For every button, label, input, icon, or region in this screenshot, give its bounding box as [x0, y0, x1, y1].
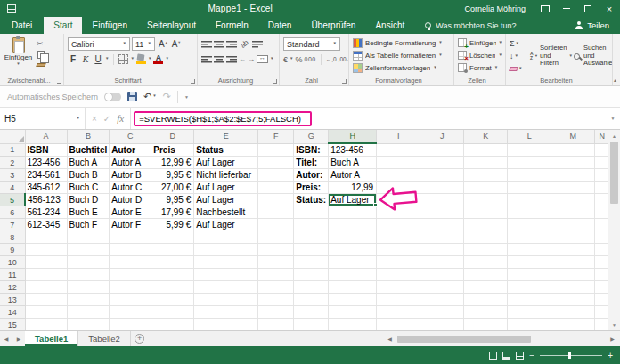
undo-button[interactable]: ↶▼	[143, 91, 157, 102]
cell-C4[interactable]: Autor C	[110, 182, 151, 194]
name-box[interactable]: H5 ▼	[0, 108, 86, 129]
align-center-icon[interactable]	[214, 55, 224, 63]
scroll-right-icon[interactable]: ▶	[607, 336, 618, 342]
cell-A13[interactable]	[25, 294, 67, 306]
grow-font-icon[interactable]: A▲	[159, 39, 168, 49]
cell-K8[interactable]	[464, 231, 508, 244]
cell-L1[interactable]	[508, 143, 551, 157]
cell-L8[interactable]	[508, 231, 551, 244]
column-header-B[interactable]: B	[67, 130, 110, 143]
fill-color-icon[interactable]	[136, 54, 146, 64]
copy-icon[interactable]	[37, 51, 45, 59]
cell-F15[interactable]	[258, 319, 294, 331]
cell-E9[interactable]	[194, 244, 258, 256]
column-header-H[interactable]: H	[329, 130, 377, 143]
decrease-indent-icon[interactable]: ←	[239, 55, 246, 63]
cell-J1[interactable]	[420, 143, 464, 157]
cell-L14[interactable]	[508, 306, 551, 319]
page-layout-view-button[interactable]	[502, 352, 510, 360]
column-header-F[interactable]: F	[258, 130, 294, 143]
cell-E6[interactable]: Nachbestellt	[194, 206, 258, 219]
cell-D10[interactable]	[151, 256, 194, 269]
cell-L2[interactable]	[508, 157, 551, 169]
cell-B1[interactable]: Buchtitel	[67, 143, 110, 157]
cell-J9[interactable]	[420, 244, 464, 256]
autosave-toggle[interactable]	[104, 93, 121, 101]
cell-J8[interactable]	[420, 231, 464, 244]
cell-E7[interactable]: Auf Lager	[194, 219, 258, 231]
redo-icon[interactable]: ↷	[163, 91, 171, 102]
zoom-in-button[interactable]: +	[608, 351, 613, 360]
cell-E11[interactable]	[194, 269, 258, 281]
cell-H14[interactable]	[329, 306, 377, 319]
cell-I14[interactable]	[377, 306, 420, 319]
cell-F8[interactable]	[258, 231, 294, 244]
cell-B13[interactable]	[67, 294, 110, 306]
tab-datei[interactable]: Datei	[0, 17, 44, 34]
cell-M10[interactable]	[551, 256, 595, 269]
cell-H10[interactable]	[329, 256, 377, 269]
cell-D12[interactable]	[151, 281, 194, 294]
column-header-M[interactable]: M	[551, 130, 595, 143]
account-name[interactable]: Cornelia Möhring	[464, 4, 526, 13]
cell-J7[interactable]	[420, 219, 464, 231]
comma-style-icon[interactable]: 000	[305, 56, 316, 62]
cell-F1[interactable]	[258, 143, 294, 157]
dialog-launcher-icon[interactable]	[191, 79, 195, 84]
cell-A3[interactable]: 234-561	[25, 169, 67, 182]
column-header-G[interactable]: G	[294, 130, 329, 143]
cell-D11[interactable]	[151, 269, 194, 281]
cell-M3[interactable]	[551, 169, 595, 182]
cell-G1[interactable]: ISBN:	[294, 143, 329, 157]
cell-K14[interactable]	[464, 306, 508, 319]
column-header-E[interactable]: E	[194, 130, 258, 143]
cell-L15[interactable]	[508, 319, 551, 331]
horizontal-scroll-track[interactable]	[396, 335, 607, 344]
increase-indent-icon[interactable]: →	[248, 55, 255, 63]
cell-F10[interactable]	[258, 256, 294, 269]
zoom-out-button[interactable]: −	[529, 351, 534, 360]
cell-H9[interactable]	[329, 244, 377, 256]
cell-H4[interactable]: 12,99	[329, 182, 377, 194]
cell-C14[interactable]	[110, 306, 151, 319]
fill-down-icon[interactable]: ↓▼	[510, 51, 527, 61]
cell-H6[interactable]	[329, 206, 377, 219]
cell-M15[interactable]	[551, 319, 595, 331]
insert-function-icon[interactable]: fx	[117, 113, 124, 124]
column-header-D[interactable]: D	[151, 130, 194, 143]
cell-C12[interactable]	[110, 281, 151, 294]
cell-E8[interactable]	[194, 231, 258, 244]
row-header-13[interactable]: 13	[0, 294, 25, 306]
delete-cells-button[interactable]: Löschen ▼	[458, 49, 502, 61]
cell-F7[interactable]	[258, 219, 294, 231]
row-header-4[interactable]: 4	[0, 182, 25, 194]
align-bottom-icon[interactable]	[226, 40, 237, 48]
cell-A14[interactable]	[25, 306, 67, 319]
align-top-icon[interactable]	[201, 40, 212, 48]
cell-H15[interactable]	[329, 319, 377, 331]
cell-F11[interactable]	[258, 269, 294, 281]
cell-I2[interactable]	[377, 157, 420, 169]
tab-einfuegen[interactable]: Einfügen	[82, 17, 136, 34]
increase-decimal-icon[interactable]: ←,0	[326, 56, 337, 62]
cell-C9[interactable]	[110, 244, 151, 256]
cell-D5[interactable]: 9,95 €	[151, 194, 194, 206]
cell-E3[interactable]: Nicht lieferbar	[194, 169, 258, 182]
align-middle-icon[interactable]	[214, 40, 224, 48]
normal-view-button[interactable]	[489, 352, 497, 360]
cell-L9[interactable]	[508, 244, 551, 256]
cell-J10[interactable]	[420, 256, 464, 269]
font-size-select[interactable]: 11▼	[132, 37, 155, 51]
cell-G12[interactable]	[294, 281, 329, 294]
cell-L12[interactable]	[508, 281, 551, 294]
cell-L6[interactable]	[508, 206, 551, 219]
cell-H5[interactable]: Auf Lager	[329, 194, 377, 206]
shrink-font-icon[interactable]: A▼	[172, 39, 182, 49]
cell-G14[interactable]	[294, 306, 329, 319]
cell-F2[interactable]	[258, 157, 294, 169]
cell-C6[interactable]: Autor E	[110, 206, 151, 219]
cell-A7[interactable]: 612-345	[25, 219, 67, 231]
cell-C5[interactable]: Autor D	[110, 194, 151, 206]
cell-I9[interactable]	[377, 244, 420, 256]
share-button[interactable]: Teilen	[564, 17, 620, 34]
